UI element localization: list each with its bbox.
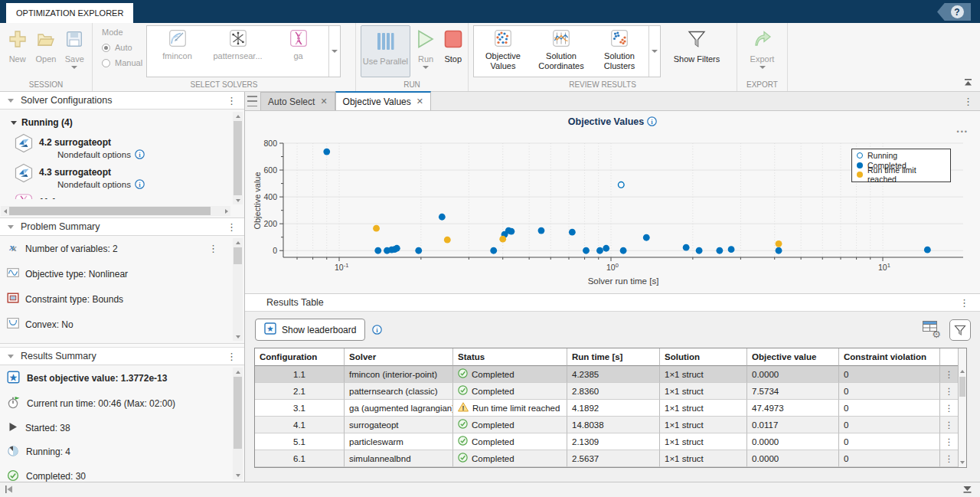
section-menu-icon[interactable]: ⋮: [227, 96, 237, 106]
cell-status[interactable]: Completed: [453, 433, 567, 450]
cell-objective-value[interactable]: 47.4973: [747, 400, 839, 417]
chart-options-icon[interactable]: •••: [957, 128, 969, 136]
cell-configuration[interactable]: 4.1: [255, 417, 345, 433]
scroll-down-icon[interactable]: [959, 458, 966, 466]
legend-entry[interactable]: Run time limit reached: [857, 170, 946, 180]
scroll-thumb[interactable]: [234, 247, 242, 264]
problem-summary-header[interactable]: Problem Summary ⋮: [0, 218, 244, 236]
scatter-point[interactable]: [924, 247, 931, 253]
cell-solution[interactable]: 1×1 struct: [660, 366, 747, 383]
scroll-thumb[interactable]: [959, 377, 965, 397]
cell-constraint-violation[interactable]: 0: [839, 383, 940, 400]
scatter-point[interactable]: [603, 245, 609, 252]
info-icon[interactable]: i: [372, 325, 382, 335]
collapse-ribbon-icon[interactable]: [964, 77, 972, 88]
cell-solution[interactable]: 1×1 struct: [660, 383, 747, 400]
cell-solution[interactable]: 1×1 struct: [660, 417, 747, 433]
item-menu-icon[interactable]: ⋮: [208, 243, 218, 254]
cell-constraint-violation[interactable]: 0: [839, 450, 940, 467]
new-button[interactable]: New: [3, 23, 31, 64]
solver-config-item[interactable]: 11.1 ga: [0, 191, 230, 199]
tab-objective-values[interactable]: Objective Values ✕: [335, 91, 431, 110]
mode-manual-radio[interactable]: Manual: [102, 58, 139, 67]
info-icon[interactable]: i: [135, 149, 145, 159]
row-menu-icon[interactable]: ⋮: [940, 383, 958, 400]
scatter-point[interactable]: [490, 247, 497, 254]
mode-auto-radio[interactable]: Auto: [102, 43, 139, 52]
table-scrollbar[interactable]: [958, 348, 966, 467]
use-parallel-toggle[interactable]: Use Parallel: [361, 25, 410, 77]
table-filter-button[interactable]: [949, 319, 971, 341]
section-menu-icon[interactable]: ⋮: [227, 351, 237, 361]
scatter-point[interactable]: [499, 236, 506, 243]
vertical-scrollbar[interactable]: [233, 368, 243, 479]
scroll-thumb[interactable]: [234, 121, 242, 195]
export-dropdown-caret[interactable]: [760, 66, 766, 69]
cell-run-time[interactable]: 14.8038: [567, 417, 660, 433]
scatter-point[interactable]: [373, 225, 380, 232]
section-menu-icon[interactable]: ⋮: [959, 298, 969, 308]
tab-list-icon[interactable]: [247, 96, 257, 106]
solver-fmincon-button[interactable]: fmincon: [147, 26, 207, 77]
results-summary-header[interactable]: Results Summary ⋮: [0, 348, 244, 365]
scroll-thumb[interactable]: [9, 207, 211, 215]
cell-configuration[interactable]: 1.1: [255, 366, 345, 383]
section-menu-icon[interactable]: ⋮: [227, 222, 237, 232]
results-table-header[interactable]: Results Table ⋮: [245, 294, 980, 312]
run-button[interactable]: Run: [415, 23, 437, 69]
open-button[interactable]: Open: [31, 23, 60, 64]
close-tab-icon[interactable]: ✕: [416, 96, 423, 106]
legend-entry[interactable]: Running: [857, 151, 946, 161]
cell-constraint-violation[interactable]: 0: [839, 366, 940, 383]
column-header[interactable]: Solution: [660, 348, 747, 366]
save-dropdown-caret[interactable]: [71, 66, 77, 69]
cell-solver[interactable]: surrogateopt: [345, 417, 453, 433]
cell-solver[interactable]: ga (augmented lagrangian): [345, 400, 453, 417]
cell-solver[interactable]: simulannealbnd: [345, 450, 453, 467]
show-leaderboard-button[interactable]: ★ Show leaderboard: [255, 319, 365, 341]
column-header[interactable]: Configuration: [255, 348, 345, 366]
cell-status[interactable]: Completed: [453, 417, 567, 433]
row-menu-icon[interactable]: ⋮: [940, 433, 958, 450]
scatter-point[interactable]: [716, 247, 723, 254]
scatter-point[interactable]: [696, 247, 703, 254]
info-icon[interactable]: i: [135, 179, 145, 189]
solver-config-item[interactable]: 4.3 surrogateoptNondefault options i: [0, 161, 230, 191]
app-tab[interactable]: OPTIMIZATION EXPLORER: [6, 3, 133, 23]
solver-patternsear-button[interactable]: patternsear...: [207, 26, 268, 77]
scatter-point[interactable]: [583, 247, 590, 254]
solver-gallery-dropdown[interactable]: [328, 26, 340, 77]
scatter-point[interactable]: [728, 246, 735, 253]
scatter-point[interactable]: [643, 234, 650, 241]
tabstrip-menu-icon[interactable]: ⋮: [963, 96, 973, 106]
vertical-scrollbar[interactable]: [233, 112, 243, 204]
row-menu-icon[interactable]: ⋮: [940, 450, 958, 467]
scroll-left-icon[interactable]: [1, 206, 9, 216]
cell-run-time[interactable]: 2.8360: [567, 383, 660, 400]
scroll-down-icon[interactable]: [233, 196, 243, 204]
column-header[interactable]: Run time [s]: [567, 348, 660, 366]
horizontal-scrollbar[interactable]: [1, 206, 230, 216]
scroll-up-icon[interactable]: [233, 112, 243, 120]
cell-solver[interactable]: patternsearch (classic): [345, 383, 453, 400]
solution-coordinates-button[interactable]: Solution Coordinates: [532, 26, 590, 77]
cell-configuration[interactable]: 6.1: [255, 450, 345, 467]
row-menu-icon[interactable]: ⋮: [940, 366, 958, 383]
scroll-up-icon[interactable]: [959, 367, 966, 375]
table-columns-settings-icon[interactable]: ⚙: [921, 319, 942, 341]
collapse-section-icon[interactable]: [8, 99, 14, 103]
scroll-up-icon[interactable]: [233, 368, 243, 376]
run-dropdown-caret[interactable]: [423, 66, 429, 69]
cell-run-time[interactable]: 4.1892: [567, 400, 660, 417]
scroll-down-icon[interactable]: [233, 471, 243, 479]
objective-values-button[interactable]: Objective Values: [474, 26, 532, 77]
column-header[interactable]: Status: [453, 348, 567, 366]
tab-auto-select[interactable]: Auto Select ✕: [260, 92, 335, 110]
cell-objective-value[interactable]: 0.0117: [747, 417, 839, 433]
cell-constraint-violation[interactable]: 0: [839, 433, 940, 450]
running-group-toggle[interactable]: Running (4): [0, 110, 244, 131]
solution-clusters-button[interactable]: Solution Clusters: [590, 26, 648, 77]
cell-objective-value[interactable]: 0.0000: [747, 450, 839, 467]
cell-solver[interactable]: fmincon (interior-point): [345, 366, 453, 383]
stop-button[interactable]: Stop: [442, 23, 466, 64]
